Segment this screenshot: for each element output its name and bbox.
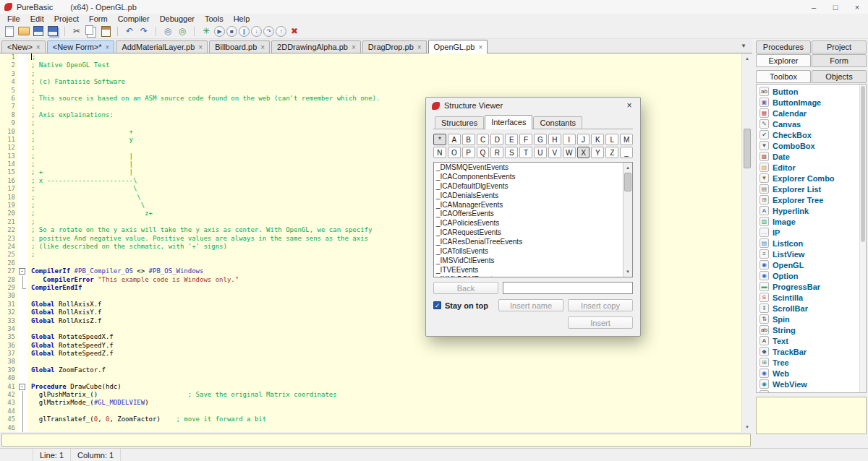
letter-button-i[interactable]: I bbox=[563, 134, 576, 145]
structure-list-item[interactable]: _ICAResDenialTreeEvents bbox=[436, 238, 623, 247]
panel-tab-project[interactable]: Project bbox=[812, 40, 867, 53]
toolbox-item-listicon[interactable]: ▤ListIcon bbox=[757, 238, 859, 249]
dialog-tab-interfaces[interactable]: Interfaces bbox=[485, 115, 532, 129]
toolbox-item-listview[interactable]: ≡ListView bbox=[757, 249, 859, 259]
dialog-title-bar[interactable]: Structure Viewer × bbox=[426, 98, 640, 113]
tab-close-icon[interactable]: × bbox=[36, 43, 41, 51]
close-button[interactable]: × bbox=[846, 0, 868, 14]
stay-on-top-checkbox[interactable]: ✓ bbox=[433, 301, 441, 309]
structure-list-item[interactable]: _ICAComponentsEvents bbox=[436, 173, 623, 182]
scroll-down-icon[interactable]: ▼ bbox=[624, 267, 632, 277]
tab-list-dropdown-icon[interactable]: ▼ bbox=[741, 43, 746, 49]
panel-tab-procedures[interactable]: Procedures bbox=[756, 40, 811, 53]
file-tab-opengl-pb[interactable]: OpenGL.pb× bbox=[428, 40, 488, 53]
tab-close-icon[interactable]: × bbox=[417, 43, 422, 51]
dialog-tab-structures[interactable]: Structures bbox=[435, 116, 484, 129]
toolbox-item-calendar[interactable]: ▦Calendar bbox=[757, 108, 859, 119]
structure-list-scrollbar-thumb[interactable] bbox=[624, 173, 631, 191]
file-tab-new[interactable]: <New>× bbox=[1, 40, 46, 53]
letter-button-h[interactable]: H bbox=[548, 134, 561, 145]
toolbox-item-progressbar[interactable]: ▬ProgressBar bbox=[757, 281, 859, 292]
menu-debugger[interactable]: Debugger bbox=[155, 14, 200, 23]
toolbox-scrollbar-thumb[interactable] bbox=[861, 86, 865, 242]
letter-button-v[interactable]: V bbox=[548, 147, 561, 158]
menu-compiler[interactable]: Compiler bbox=[113, 14, 155, 23]
save-all-icon[interactable] bbox=[46, 25, 59, 38]
toolbox-item-opengl[interactable]: ◉OpenGL bbox=[757, 259, 859, 270]
tab-close-icon[interactable]: × bbox=[260, 43, 265, 51]
undo-icon[interactable]: ↶ bbox=[123, 25, 136, 38]
insert-button[interactable]: Insert bbox=[568, 316, 633, 329]
panel-tab-explorer[interactable]: Explorer bbox=[756, 54, 811, 67]
scroll-up-icon[interactable]: ▲ bbox=[742, 53, 752, 64]
structure-list-item[interactable]: _ITVEEvents bbox=[436, 266, 623, 275]
letter-button-x[interactable]: X bbox=[577, 147, 590, 158]
menu-file[interactable]: File bbox=[2, 14, 25, 23]
toolbox-item-date[interactable]: ▦Date bbox=[757, 151, 859, 162]
toolbox-item-trackbar[interactable]: ◆TrackBar bbox=[757, 346, 859, 357]
structure-list-item[interactable]: _ICAOffersEvents bbox=[436, 210, 623, 219]
structure-list-item[interactable]: _ICARequestEvents bbox=[436, 228, 623, 238]
toolbox-item-image[interactable]: ▨Image bbox=[757, 216, 859, 227]
structure-list-item[interactable]: _ICATollsEvents bbox=[436, 247, 623, 257]
toolbox-item-checkbox[interactable]: ✔CheckBox bbox=[757, 129, 859, 140]
letter-button-w[interactable]: W bbox=[563, 147, 576, 158]
structure-filter-input[interactable] bbox=[503, 282, 633, 294]
panel-tab-form[interactable]: Form bbox=[812, 54, 867, 67]
fold-marker-icon[interactable]: - bbox=[19, 384, 25, 390]
toolbox-item-string[interactable]: abString bbox=[757, 324, 859, 335]
letter-button-r[interactable]: R bbox=[490, 147, 503, 158]
letter-button-f[interactable]: F bbox=[519, 134, 532, 145]
structure-list-item[interactable]: _ICAManagerEvents bbox=[436, 201, 623, 210]
letter-button-s[interactable]: S bbox=[505, 147, 518, 158]
dialog-tab-constants[interactable]: Constants bbox=[533, 116, 582, 129]
debug-step-icon[interactable]: ↓ bbox=[251, 26, 262, 37]
toolbox-item-canvas[interactable]: ✎Canvas bbox=[757, 119, 859, 129]
debug-stop-icon[interactable]: ■ bbox=[226, 26, 237, 37]
compile-run-icon[interactable]: ◎ bbox=[161, 25, 174, 38]
structure-list-item[interactable]: _IXMLDOMEvents bbox=[436, 275, 623, 277]
menu-tools[interactable]: Tools bbox=[200, 14, 229, 23]
maximize-button[interactable]: □ bbox=[825, 0, 846, 14]
dialog-close-icon[interactable]: × bbox=[618, 98, 640, 113]
letter-button-c[interactable]: C bbox=[477, 134, 490, 145]
tab-close-icon[interactable]: × bbox=[198, 43, 203, 51]
redo-icon[interactable]: ↷ bbox=[137, 25, 150, 38]
letter-button-star[interactable]: * bbox=[433, 134, 446, 145]
structure-list-scrollbar[interactable]: ▲ ▼ bbox=[623, 163, 632, 277]
letter-button-z[interactable]: Z bbox=[605, 147, 618, 158]
file-tab-dragdrop-pb[interactable]: DragDrop.pb× bbox=[362, 40, 427, 53]
copy-icon[interactable] bbox=[85, 25, 98, 38]
toolbox-item-combobox[interactable]: ▼ComboBox bbox=[757, 140, 859, 151]
letter-button-e[interactable]: E bbox=[505, 134, 518, 145]
structure-list-item[interactable]: _ICAPoliciesEvents bbox=[436, 219, 623, 228]
toolbox-item-tree[interactable]: ⊞Tree bbox=[757, 357, 859, 368]
menu-form[interactable]: Form bbox=[84, 14, 113, 23]
toolbox-item-spin[interactable]: ⇅Spin bbox=[757, 314, 859, 324]
file-tab-billboard-pb[interactable]: Billboard.pb× bbox=[209, 40, 270, 53]
file-tab-addmateriallayer-pb[interactable]: AddMaterialLayer.pb× bbox=[116, 40, 208, 53]
letter-button-u[interactable]: U bbox=[534, 147, 547, 158]
letter-button-underscore[interactable]: _ bbox=[620, 147, 633, 158]
toolbox-item-text[interactable]: AText bbox=[757, 335, 859, 346]
kill-program-icon[interactable]: ✖ bbox=[288, 25, 301, 38]
debug-pause-icon[interactable]: ∥ bbox=[239, 26, 250, 37]
letter-button-b[interactable]: B bbox=[462, 134, 475, 145]
toolbox-item-explorer-combo[interactable]: ▼Explorer Combo bbox=[757, 173, 859, 184]
toolbox-item-explorer-tree[interactable]: ⊞Explorer Tree bbox=[757, 194, 859, 205]
tab-close-icon[interactable]: × bbox=[352, 43, 356, 51]
toolbox-item-hyperlink[interactable]: AHyperlink bbox=[757, 205, 859, 216]
letter-button-j[interactable]: J bbox=[577, 134, 590, 145]
editor-scrollbar-thumb[interactable] bbox=[744, 129, 751, 168]
toolbox-item-button[interactable]: abButton bbox=[757, 86, 859, 97]
run-icon[interactable]: ✳ bbox=[200, 25, 213, 38]
structure-list-item[interactable]: _IMSVidCtlEvents bbox=[436, 257, 623, 266]
toolbox-item-explorer-list[interactable]: ▤Explorer List bbox=[757, 184, 859, 194]
tab-close-icon[interactable]: × bbox=[106, 43, 110, 51]
toolbox-item-buttonimage[interactable]: ▣ButtonImage bbox=[757, 97, 859, 108]
toolbox-item-webview[interactable]: ◉WebView bbox=[757, 379, 859, 389]
letter-button-q[interactable]: Q bbox=[477, 147, 490, 158]
tab-close-icon[interactable]: × bbox=[478, 43, 482, 51]
debug-step-over-icon[interactable]: ↷ bbox=[263, 26, 274, 37]
structure-list-item[interactable]: _DMSMQEventEvents bbox=[436, 163, 623, 173]
